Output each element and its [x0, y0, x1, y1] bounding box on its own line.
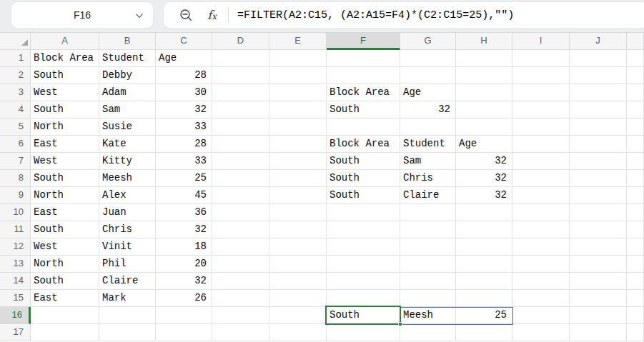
cell-H8[interactable]: 32 — [456, 170, 512, 187]
cell-C9[interactable]: 45 — [156, 187, 212, 204]
cell-D7[interactable] — [212, 153, 269, 170]
cell-G4[interactable]: 32 — [400, 101, 456, 119]
cell-B1[interactable]: Student — [99, 50, 156, 67]
cell-E16[interactable] — [269, 307, 327, 324]
cell-partial-16[interactable] — [627, 307, 644, 324]
row-header-13[interactable]: 13 — [0, 256, 31, 273]
cell-J11[interactable] — [570, 221, 627, 238]
cell-F5[interactable] — [327, 119, 400, 136]
cell-A1[interactable]: Block Area — [31, 50, 99, 67]
cell-G10[interactable] — [400, 204, 456, 221]
cell-G6[interactable]: Student — [400, 136, 456, 153]
cell-F4[interactable]: South — [327, 101, 400, 119]
cell-H6[interactable]: Age — [456, 136, 512, 153]
cell-F3[interactable]: Block Area — [327, 84, 400, 101]
chevron-down-icon[interactable] — [134, 11, 144, 21]
row-header-15[interactable]: 15 — [0, 290, 31, 307]
cell-E17[interactable] — [269, 324, 327, 341]
cell-F14[interactable] — [327, 273, 400, 290]
cell-J9[interactable] — [570, 187, 627, 204]
cell-E10[interactable] — [269, 204, 327, 221]
cell-I11[interactable] — [512, 221, 570, 238]
column-header-C[interactable]: C — [156, 33, 212, 50]
cell-D10[interactable] — [212, 204, 269, 221]
cell-G16[interactable]: Meesh — [400, 307, 456, 324]
cell-H14[interactable] — [456, 273, 512, 290]
cell-J1[interactable] — [570, 50, 627, 67]
name-box[interactable]: F16 — [11, 1, 154, 29]
cell-partial-15[interactable] — [627, 290, 644, 307]
cell-A15[interactable]: East — [31, 290, 99, 307]
cell-A9[interactable]: North — [31, 187, 99, 204]
cell-I6[interactable] — [512, 136, 570, 153]
column-header-B[interactable]: B — [99, 33, 156, 50]
row-header-16[interactable]: 16 — [0, 307, 31, 324]
cell-E8[interactable] — [269, 170, 327, 187]
cell-C16[interactable] — [156, 307, 212, 324]
cell-F6[interactable]: Block Area — [327, 136, 400, 153]
cell-E6[interactable] — [269, 136, 327, 153]
row-header-14[interactable]: 14 — [0, 273, 31, 290]
cell-B14[interactable]: Claire — [99, 273, 156, 290]
column-header-G[interactable]: G — [400, 33, 456, 50]
row-header-3[interactable]: 3 — [0, 84, 31, 101]
column-header-partial[interactable] — [627, 33, 644, 50]
magnifier-minus-icon[interactable] — [179, 9, 193, 22]
cell-C6[interactable]: 28 — [156, 136, 212, 153]
fill-handle[interactable] — [398, 322, 402, 326]
cell-F12[interactable] — [327, 238, 400, 256]
select-all-button[interactable] — [0, 33, 31, 50]
column-header-I[interactable]: I — [512, 33, 570, 50]
cell-partial-1[interactable] — [627, 50, 644, 67]
cell-H5[interactable] — [456, 119, 512, 136]
cell-G2[interactable] — [400, 67, 456, 84]
cell-C4[interactable]: 32 — [156, 101, 212, 119]
cell-J5[interactable] — [570, 119, 627, 136]
cell-I17[interactable] — [512, 324, 570, 341]
cell-E2[interactable] — [269, 67, 327, 84]
cell-C14[interactable]: 32 — [156, 273, 212, 290]
row-header-17[interactable]: 17 — [0, 324, 31, 341]
cell-F13[interactable] — [327, 256, 400, 273]
cell-I13[interactable] — [512, 256, 570, 273]
cell-J16[interactable] — [570, 307, 627, 324]
cell-partial-4[interactable] — [627, 101, 644, 119]
cell-J14[interactable] — [570, 273, 627, 290]
cell-D17[interactable] — [212, 324, 269, 341]
cell-F17[interactable] — [327, 324, 400, 341]
cell-partial-17[interactable] — [627, 324, 644, 341]
formula-bar[interactable]: fx =FILTER(A2:C15, (A2:A15=F4)*(C2:C15=2… — [163, 1, 644, 29]
cell-D14[interactable] — [212, 273, 269, 290]
cell-A11[interactable]: South — [31, 221, 99, 238]
cell-G15[interactable] — [400, 290, 456, 307]
cell-A13[interactable]: North — [31, 256, 99, 273]
cell-B17[interactable] — [99, 324, 156, 341]
row-header-12[interactable]: 12 — [0, 238, 31, 256]
cell-H16[interactable]: 25 — [456, 307, 512, 324]
cell-G7[interactable]: Sam — [400, 153, 456, 170]
cell-I1[interactable] — [512, 50, 570, 67]
cell-E12[interactable] — [269, 238, 327, 256]
cell-partial-14[interactable] — [627, 273, 644, 290]
cell-G11[interactable] — [400, 221, 456, 238]
row-header-4[interactable]: 4 — [0, 101, 31, 119]
cell-B10[interactable]: Juan — [99, 204, 156, 221]
cell-E9[interactable] — [269, 187, 327, 204]
formula-input[interactable]: =FILTER(A2:C15, (A2:A15=F4)*(C2:C15=25),… — [237, 9, 514, 21]
cell-A5[interactable]: North — [31, 119, 99, 136]
cell-A10[interactable]: East — [31, 204, 99, 221]
cell-C5[interactable]: 33 — [156, 119, 212, 136]
cell-D5[interactable] — [212, 119, 269, 136]
cell-I4[interactable] — [512, 101, 570, 119]
cell-B11[interactable]: Chris — [99, 221, 156, 238]
cell-B9[interactable]: Alex — [99, 187, 156, 204]
cell-I14[interactable] — [512, 273, 570, 290]
cell-A2[interactable]: South — [31, 67, 99, 84]
cell-C10[interactable]: 36 — [156, 204, 212, 221]
cell-A6[interactable]: East — [31, 136, 99, 153]
row-header-9[interactable]: 9 — [0, 187, 31, 204]
cell-F8[interactable]: South — [327, 170, 400, 187]
cell-partial-9[interactable] — [627, 187, 644, 204]
cell-G9[interactable]: Claire — [400, 187, 456, 204]
cell-A4[interactable]: South — [31, 101, 99, 119]
